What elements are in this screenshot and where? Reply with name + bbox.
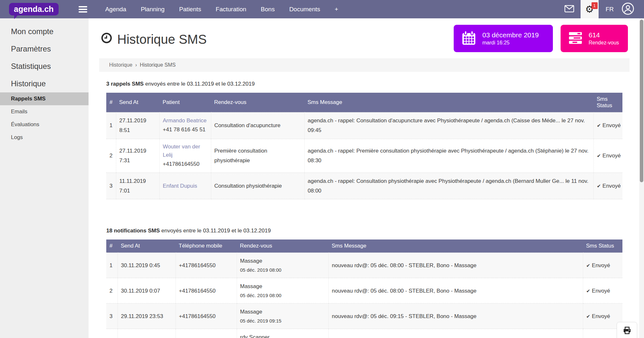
nav-item[interactable]: Bons — [261, 6, 275, 13]
col-rendezvous: Rendez-vous — [237, 239, 328, 253]
envelope-icon — [564, 5, 574, 14]
sidebar-item[interactable]: Mon compte — [0, 23, 89, 40]
patient-cell: Enfant Dupuis — [159, 173, 211, 199]
messages-button[interactable] — [558, 0, 581, 18]
nav-item[interactable]: Documents — [289, 6, 320, 13]
sms-message-cell: nouveau rdv@: 05 déc. 09:15 - STEBLER, B… — [328, 304, 583, 329]
sidebar-item[interactable]: Paramètres — [0, 40, 89, 58]
sidebar-subitem[interactable]: Rappels SMS — [0, 92, 89, 105]
hamburger-menu-icon[interactable] — [79, 5, 87, 14]
patient-link[interactable]: Armando Beatrice — [163, 117, 207, 125]
send-at-cell: 27.11.2019 8:51 — [116, 112, 159, 139]
sidebar-subitem[interactable]: Logs — [0, 131, 89, 144]
header-actions: 03 décembre 2019 mardi 16:25 — [454, 25, 628, 52]
rendezvous-cell: rdv Scanner 24 déc. 2019 09:00 — [237, 329, 328, 338]
rendezvous-cell: Consultation physiothérapie — [211, 173, 304, 199]
print-button[interactable] — [617, 322, 637, 338]
col-phone: Téléphone mobile — [175, 239, 237, 253]
scrollbar-thumb[interactable] — [640, 20, 643, 182]
status-label: Envoyé — [602, 122, 621, 128]
reminder-row: 2 27.11.2019 7:31 Wouter van der Lelij +… — [106, 139, 622, 173]
sms-message-cell: nouveau rdv@: 24 déc. 09:00 - VAN DER LE… — [328, 329, 583, 338]
rendezvous-count-button[interactable]: 614 Rendez-vous — [561, 25, 628, 52]
patient-phone: +41 78 616 45 51 — [163, 127, 206, 133]
send-at-cell: 29.11.2019 23:53 — [118, 304, 175, 329]
status-label: Envoyé — [592, 288, 610, 294]
current-date-button[interactable]: 03 décembre 2019 mardi 16:25 — [454, 25, 553, 52]
sms-message-cell: agenda.ch - rappel: Première consultatio… — [304, 139, 593, 173]
col-sms-message: Sms Message — [304, 93, 593, 112]
rdv-date: 05 déc. 2019 09:15 — [240, 317, 325, 325]
sms-message-cell: agenda.ch - rappel: Consultation d'acupu… — [304, 112, 593, 139]
reminders-table: # Send At Patient Rendez-vous Sms Messag… — [106, 93, 622, 199]
calendar-icon — [461, 30, 476, 47]
check-icon: ✔ — [597, 123, 601, 128]
rdv-title: Massage — [240, 307, 325, 317]
current-date-label: 03 décembre 2019 — [482, 31, 539, 39]
settings-button[interactable]: ⚙ 1 — [581, 0, 599, 18]
col-sms-status: Sms Status — [593, 93, 622, 112]
user-menu-button[interactable] — [621, 0, 634, 18]
breadcrumb-current: Historique SMS — [140, 62, 175, 68]
avatar-icon — [621, 2, 634, 16]
language-selector[interactable]: FR — [606, 6, 614, 13]
main-content: Historique SMS 03 décembre 2019 mardi 1 — [89, 0, 644, 338]
reminders-summary: 3 rappels SMS envoyés entre le 03.11.201… — [106, 81, 644, 87]
col-num: # — [106, 93, 116, 112]
nav-item[interactable]: Patients — [179, 6, 201, 13]
agenda-logo[interactable]: agenda.ch — [9, 3, 59, 16]
sidebar-subitem[interactable]: Emails — [0, 105, 89, 118]
notifications-table: # Send At Téléphone mobile Rendez-vous S… — [106, 239, 622, 338]
rendezvous-cell: Massage 05 déc. 2019 09:15 — [237, 304, 328, 329]
rendezvous-cell: Consultation d'acupuncture — [211, 112, 304, 139]
send-at-cell: 28.11.2019 19:55 — [118, 329, 175, 338]
rdv-title: Massage — [240, 256, 325, 266]
col-sms-message: Sms Message — [328, 239, 583, 253]
top-navbar: agenda.ch Agenda Planning Patients Factu… — [0, 0, 644, 18]
nav-item[interactable]: Planning — [141, 6, 165, 13]
breadcrumb: Historique › Historique SMS — [99, 58, 630, 72]
notification-row: 3 29.11.2019 23:53 +41786164550 Massage … — [106, 304, 622, 329]
main-nav: Agenda Planning Patients Facturation Bon… — [105, 6, 338, 13]
sms-status-cell: ✔Envoyé — [583, 278, 622, 304]
rendezvous-cell: Massage 05 déc. 2019 08:00 — [237, 278, 328, 304]
sidebar-item[interactable]: Historique — [0, 75, 89, 92]
row-number: 3 — [106, 304, 118, 329]
send-at-cell: 11.11.2019 7:01 — [116, 173, 159, 199]
sidebar-subitem[interactable]: Évaluations — [0, 118, 89, 131]
rendezvous-label: Rendez-vous — [589, 40, 619, 46]
tasks-list-icon — [568, 32, 582, 45]
col-sms-status: Sms Status — [583, 239, 622, 253]
notification-row: 2 30.11.2019 0:07 +41786164550 Massage 0… — [106, 278, 622, 304]
breadcrumb-parent[interactable]: Historique — [109, 62, 132, 68]
check-icon: ✔ — [586, 288, 591, 294]
phone-cell: +41786164550 — [175, 329, 237, 338]
sms-message-cell: nouveau rdv@: 05 déc. 08:00 - STEBLER, B… — [328, 278, 583, 304]
patient-link[interactable]: Wouter van der Lelij — [163, 143, 207, 160]
nav-item[interactable]: Facturation — [216, 6, 246, 13]
rdv-title: Massage — [240, 282, 325, 291]
reminder-row: 1 27.11.2019 8:51 Armando Beatrice +41 7… — [106, 112, 622, 139]
check-icon: ✔ — [597, 153, 601, 159]
sms-message-cell: agenda.ch - rappel: Consultation physiot… — [304, 173, 593, 199]
rdv-date: 05 déc. 2019 08:00 — [240, 291, 325, 300]
row-number: 4 — [106, 329, 118, 338]
nav-item[interactable]: + — [335, 6, 338, 13]
row-number: 1 — [106, 112, 116, 139]
nav-item[interactable]: Agenda — [105, 6, 127, 13]
col-send-at: Send At — [116, 93, 159, 112]
sms-status-cell: ✔Envoyé — [593, 112, 622, 139]
patient-cell: Armando Beatrice +41 78 616 45 51 — [159, 112, 211, 139]
send-at-cell: 30.11.2019 0:07 — [118, 278, 175, 304]
patient-link[interactable]: Enfant Dupuis — [163, 182, 207, 190]
sidebar-item[interactable]: Statistiques — [0, 58, 89, 75]
printer-icon — [623, 326, 631, 336]
sms-status-cell: ✔Envoyé — [593, 139, 622, 173]
row-number: 3 — [106, 173, 116, 199]
phone-cell: +41786164550 — [175, 278, 237, 304]
rendezvous-cell: Massage 05 déc. 2019 08:00 — [237, 253, 328, 278]
sms-message-cell: nouveau rdv@: 05 déc. 08:00 - STEBLER, B… — [328, 253, 583, 278]
sms-status-cell: ✔Envoyé — [593, 173, 622, 199]
scrollbar-track[interactable] — [639, 18, 644, 338]
status-label: Envoyé — [592, 262, 610, 268]
